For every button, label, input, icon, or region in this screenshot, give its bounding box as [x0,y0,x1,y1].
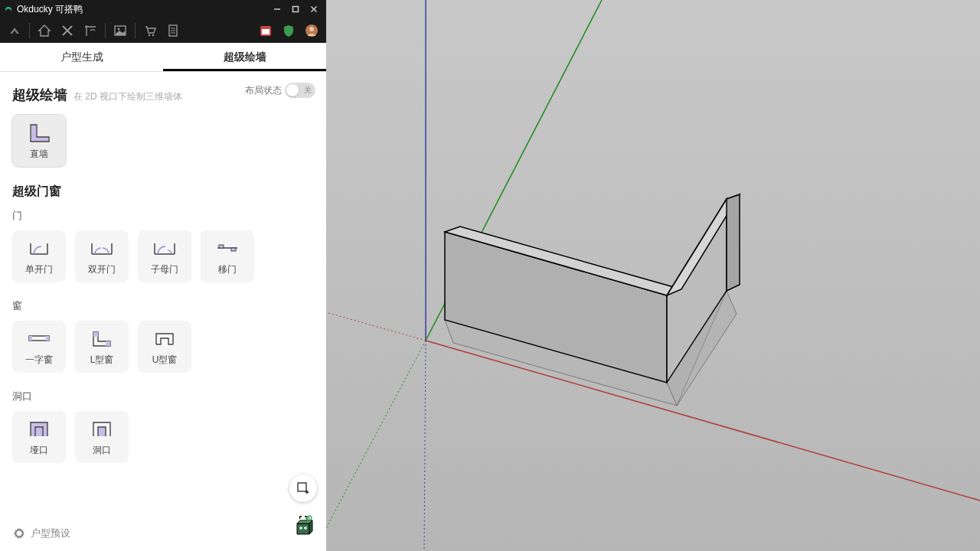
tool-cart-icon[interactable] [140,21,160,41]
tab-layout-gen[interactable]: 户型生成 [0,43,163,71]
tool-dimension-icon[interactable] [80,21,100,41]
svg-rect-29 [326,0,980,551]
titlebar: Okducky 可搭鸭 [0,0,326,18]
unequal-door-icon [152,237,178,259]
svg-rect-15 [262,29,270,34]
card-straight-wall[interactable]: 直墙 [12,115,66,167]
svg-rect-26 [298,483,306,491]
svg-point-9 [152,34,154,36]
preset-button[interactable]: 户型预设 [12,527,70,540]
toolbar [0,18,326,43]
double-door-icon [89,237,115,259]
viewport-3d[interactable] [326,0,980,551]
toggle-knob [286,84,299,96]
ai-enhance-button[interactable] [289,474,317,502]
subgroup-openings: 洞口 [12,390,314,403]
tool-image-icon[interactable] [110,21,130,41]
layout-toggle[interactable]: 关 [285,83,315,98]
separator [135,23,136,38]
card-straight-window[interactable]: 一字窗 [12,321,66,373]
svg-rect-19 [219,245,224,248]
section-title-wall: 超级绘墙 [12,86,67,104]
pass-opening-icon [26,418,52,439]
minimize-button[interactable] [268,2,286,17]
svg-point-7 [118,28,120,31]
svg-rect-22 [29,336,32,341]
svg-rect-24 [93,332,98,337]
svg-point-17 [309,27,314,31]
opening-icon [89,418,115,439]
tool-house-icon[interactable] [34,21,54,41]
card-pass-opening[interactable]: 垭口 [12,411,66,463]
separator [29,23,30,38]
single-door-icon [26,237,52,259]
tool-calculator-icon[interactable] [163,21,183,41]
tab-super-wall[interactable]: 超级绘墙 [163,43,326,71]
card-l-window[interactable]: L型窗 [75,321,129,373]
section-title-doorwin: 超级门窗 [12,184,314,200]
tool-calendar-icon[interactable] [256,21,276,41]
svg-point-27 [299,527,302,530]
svg-rect-23 [46,336,49,341]
separator [105,23,106,38]
toggle-label: 布局状态 [245,84,282,97]
l-window-icon [89,328,115,349]
tabs: 户型生成 超级绘墙 [0,43,326,72]
svg-rect-20 [231,248,236,251]
tool-avatar-icon[interactable] [302,21,322,41]
u-window-icon [152,328,178,349]
sliding-door-icon [214,237,240,259]
card-double-door[interactable]: 双开门 [75,230,129,282]
assistant-icon[interactable] [289,513,317,540]
app-title: Okducky 可搭鸭 [17,3,268,16]
card-sliding-door[interactable]: 移门 [201,230,254,282]
subgroup-windows: 窗 [12,299,314,313]
svg-rect-25 [106,341,110,346]
card-unequal-door[interactable]: 子母门 [138,230,191,282]
card-opening[interactable]: 洞口 [75,411,129,463]
tool-logo-icon[interactable] [5,21,24,41]
app-logo-icon [3,4,14,15]
tool-cross-icon[interactable] [57,21,77,41]
preset-label: 户型预设 [31,527,70,540]
svg-rect-1 [293,7,299,12]
svg-point-8 [149,34,150,36]
svg-point-28 [304,527,307,530]
gear-icon [12,527,26,540]
card-u-window[interactable]: U型窗 [138,321,191,373]
straight-window-icon [26,328,52,349]
close-button[interactable] [305,2,323,17]
side-panel: 超级绘墙 在 2D 视口下绘制三维墙体 布局状态 关 直墙 超级门窗 门 单开门… [0,72,326,551]
card-single-door[interactable]: 单开门 [12,230,66,282]
sparkle-image-icon [296,481,311,496]
maximize-button[interactable] [286,2,305,17]
wall-l-icon [26,122,52,143]
tool-shield-icon[interactable] [279,21,299,41]
section-subtitle-wall: 在 2D 视口下绘制三维墙体 [74,90,182,103]
subgroup-doors: 门 [12,209,314,223]
